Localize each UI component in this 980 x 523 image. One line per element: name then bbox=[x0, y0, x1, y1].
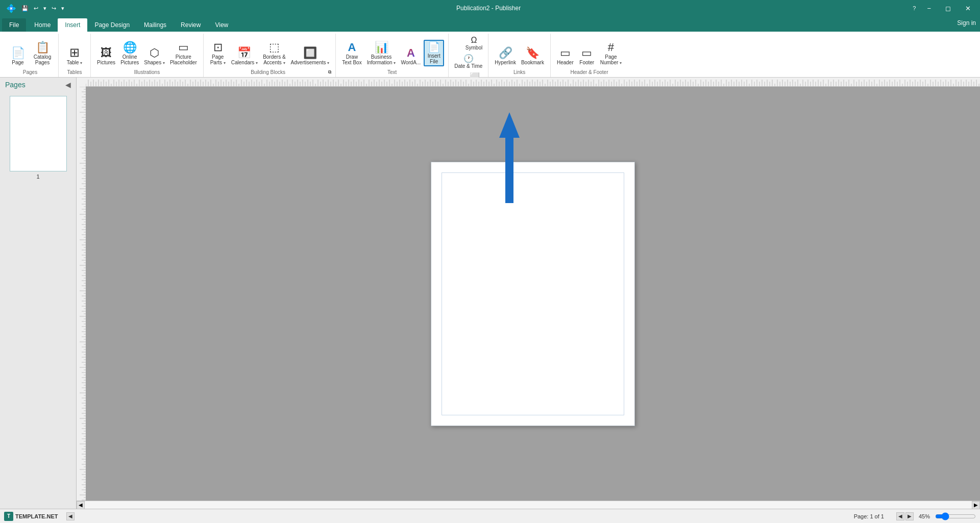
bookmark-label: Bookmark bbox=[521, 60, 544, 65]
symbol-label: Symbol bbox=[465, 45, 482, 51]
ribbon-group-building-blocks: ⊡ PageParts ▾ 📅 Calendars ▾ ⬚ Borders &A… bbox=[204, 34, 336, 77]
ribbon-group-tables: ⊞ Table ▾ Tables bbox=[59, 34, 91, 77]
page-thumbnail-1[interactable] bbox=[10, 96, 67, 171]
shapes-icon: ⬡ bbox=[150, 47, 159, 59]
help-button[interactable]: ? bbox=[911, 4, 918, 12]
text-group-bottom: Text bbox=[340, 68, 444, 76]
picture-placeholder-button[interactable]: ▭ PicturePlaceholder bbox=[168, 41, 199, 66]
pages-panel-title: Pages bbox=[5, 81, 26, 89]
horizontal-scrollbar: ◀ ▶ bbox=[77, 501, 980, 509]
horizontal-ruler: /* Generated inline via script below */ bbox=[86, 78, 980, 87]
logo-area: T TEMPLATE.NET bbox=[4, 512, 58, 521]
main-layout: Pages ◀ 1 /* Generated inline via script… bbox=[0, 78, 980, 509]
links-group-content: 🔗 Hyperlink 🔖 Bookmark bbox=[493, 35, 546, 68]
word-art-button[interactable]: A WordA... bbox=[399, 46, 423, 66]
catalog-pages-label: CatalogPages bbox=[34, 54, 51, 65]
zoom-slider[interactable] bbox=[935, 512, 976, 520]
table-button[interactable]: ⊞ Table ▾ bbox=[63, 45, 86, 66]
building-blocks-group-content: ⊡ PageParts ▾ 📅 Calendars ▾ ⬚ Borders &A… bbox=[208, 35, 332, 68]
draw-text-box-button[interactable]: A DrawText Box bbox=[340, 41, 363, 66]
undo-qat-button[interactable]: ↩ bbox=[32, 4, 40, 13]
restore-button[interactable]: ◻ bbox=[940, 5, 956, 12]
redo-qat-button[interactable]: ↪ bbox=[50, 4, 58, 13]
page-inner-border bbox=[442, 172, 624, 415]
tab-mailings[interactable]: Mailings bbox=[137, 18, 174, 32]
business-information-icon: 📊 bbox=[375, 42, 388, 53]
page-number-icon: # bbox=[608, 42, 614, 53]
ribbon-tabs: File Home Insert Page Design Mailings Re… bbox=[0, 16, 980, 32]
pictures-icon: 🖼 bbox=[101, 47, 112, 59]
word-art-label: WordA... bbox=[401, 60, 421, 65]
ruler-h-svg: /* Generated inline via script below */ bbox=[86, 78, 980, 87]
tab-insert[interactable]: Insert bbox=[58, 18, 87, 32]
tab-home[interactable]: Home bbox=[27, 18, 58, 32]
page-number-label-1: 1 bbox=[4, 173, 72, 180]
date-time-button[interactable]: 🕐 Date & Time bbox=[453, 53, 484, 69]
table-icon: ⊞ bbox=[69, 46, 80, 59]
collapse-panel-button[interactable]: ◀ bbox=[65, 81, 71, 89]
header-button[interactable]: ▭ Header bbox=[555, 46, 576, 66]
advertisements-icon: 🔲 bbox=[303, 47, 317, 59]
page-parts-button[interactable]: ⊡ PageParts ▾ bbox=[208, 41, 228, 66]
ribbon-group-pages: 📄 Page 📋 CatalogPages Pages bbox=[2, 34, 59, 77]
symbol-button[interactable]: Ω Symbol bbox=[464, 35, 484, 51]
symbol-icon: Ω bbox=[471, 35, 477, 45]
draw-text-box-label: DrawText Box bbox=[342, 54, 361, 65]
calendars-button[interactable]: 📅 Calendars ▾ bbox=[229, 46, 260, 66]
page-button[interactable]: 📄 Page bbox=[6, 46, 30, 66]
insert-file-button[interactable]: 📄 InsertFile bbox=[424, 40, 444, 66]
illustrations-group-content: 🖼 Pictures 🌐 OnlinePictures ⬡ Shapes ▾ ▭… bbox=[95, 35, 199, 68]
scroll-track[interactable] bbox=[85, 501, 972, 509]
page-label: Page bbox=[12, 60, 23, 65]
draw-text-box-icon: A bbox=[348, 42, 356, 53]
building-blocks-group-label: Building Blocks bbox=[208, 68, 329, 76]
close-button[interactable]: ✕ bbox=[960, 5, 976, 12]
canvas-area[interactable] bbox=[86, 87, 980, 501]
svg-rect-352 bbox=[77, 87, 86, 501]
footer-button[interactable]: ▭ Footer bbox=[577, 46, 597, 66]
tab-view[interactable]: View bbox=[208, 18, 235, 32]
tab-review[interactable]: Review bbox=[174, 18, 208, 32]
catalog-pages-icon: 📋 bbox=[36, 42, 50, 53]
page-nav-left[interactable]: ◀ bbox=[896, 512, 904, 520]
minimize-button[interactable]: − bbox=[922, 5, 936, 12]
illustrations-group-label: Illustrations bbox=[95, 68, 199, 76]
ribbon-group-text: A DrawText Box 📊 BusinessInformation ▾ A… bbox=[336, 34, 449, 77]
workspace bbox=[77, 87, 980, 501]
header-footer-group-label: Header & Footer bbox=[555, 68, 624, 76]
text-group-content: A DrawText Box 📊 BusinessInformation ▾ A… bbox=[340, 35, 444, 68]
scroll-right-button[interactable]: ▶ bbox=[972, 501, 980, 509]
status-scroll-left[interactable]: ◀ bbox=[66, 512, 75, 520]
page-canvas[interactable] bbox=[431, 162, 635, 426]
borders-accents-button[interactable]: ⬚ Borders &Accents ▾ bbox=[261, 41, 287, 66]
tab-page-design[interactable]: Page Design bbox=[87, 18, 137, 32]
title-bar: 💠 💾 ↩ ▾ ↪ ▾ Publication2 - Publisher ? −… bbox=[0, 0, 980, 16]
page-item-1[interactable]: 1 bbox=[4, 96, 72, 180]
pictures-button[interactable]: 🖼 Pictures bbox=[95, 46, 117, 66]
bookmark-button[interactable]: 🔖 Bookmark bbox=[519, 46, 546, 66]
catalog-pages-button[interactable]: 📋 CatalogPages bbox=[31, 41, 54, 66]
save-qat-button[interactable]: 💾 bbox=[19, 4, 31, 13]
hyperlink-button[interactable]: 🔗 Hyperlink bbox=[493, 46, 518, 66]
insert-file-label: InsertFile bbox=[428, 53, 440, 64]
online-pictures-label: OnlinePictures bbox=[120, 54, 139, 65]
page-number-button[interactable]: # PageNumber ▾ bbox=[598, 41, 624, 66]
undo-dropdown-button[interactable]: ▾ bbox=[41, 4, 48, 13]
customize-qat-button[interactable]: ▾ bbox=[59, 4, 66, 13]
scroll-left-button[interactable]: ◀ bbox=[77, 501, 85, 509]
business-information-button[interactable]: 📊 BusinessInformation ▾ bbox=[365, 41, 398, 66]
shapes-label: Shapes ▾ bbox=[144, 60, 165, 65]
tables-group-content: ⊞ Table ▾ bbox=[63, 35, 86, 68]
page-nav-right[interactable]: ▶ bbox=[905, 512, 914, 520]
shapes-button[interactable]: ⬡ Shapes ▾ bbox=[142, 46, 167, 66]
business-information-label: BusinessInformation ▾ bbox=[367, 54, 396, 65]
hyperlink-label: Hyperlink bbox=[495, 60, 516, 65]
building-blocks-expand[interactable]: ⧉ bbox=[328, 69, 331, 75]
sign-in-link[interactable]: Sign in bbox=[957, 19, 976, 29]
tab-file[interactable]: File bbox=[2, 18, 26, 32]
insert-file-icon: 📄 bbox=[428, 42, 440, 52]
online-pictures-button[interactable]: 🌐 OnlinePictures bbox=[118, 41, 141, 66]
advertisements-button[interactable]: 🔲 Advertisements ▾ bbox=[289, 46, 332, 66]
ribbon-group-links: 🔗 Hyperlink 🔖 Bookmark Links bbox=[488, 34, 551, 77]
vertical-ruler bbox=[77, 87, 86, 501]
